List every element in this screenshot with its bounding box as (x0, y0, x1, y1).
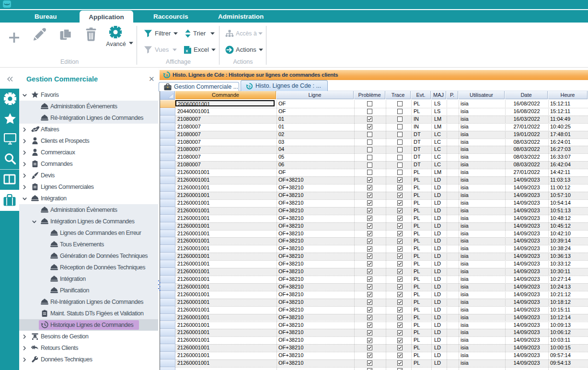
svg-text:9: 9 (166, 73, 168, 78)
svg-text:9: 9 (249, 84, 251, 89)
svg-text:x: x (185, 48, 188, 53)
